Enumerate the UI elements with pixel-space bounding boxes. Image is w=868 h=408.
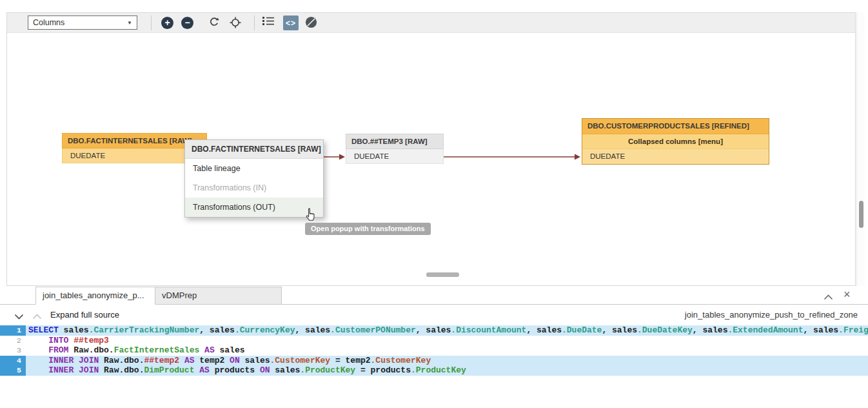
collapsed-columns-menu[interactable]: Collapsed columns [menu] [582, 134, 769, 149]
node-column-duedate[interactable]: DUEDATE [582, 149, 769, 164]
tab-vdmprep[interactable]: vDMPrep [155, 287, 282, 305]
app-window: Columns ▼ + − [0, 0, 868, 408]
table-node-temp3-raw[interactable]: DBO.##TEMP3 [RAW] DUEDATE [346, 134, 444, 164]
code-text: INNER JOIN Raw.dbo.##temp2 AS temp2 ON s… [26, 356, 868, 366]
code-text: INNER JOIN Raw.dbo.DimProduct AS product… [26, 365, 868, 376]
sql-code: 1SELECT sales.CarrierTrackingNumber, sal… [0, 325, 868, 376]
contrast-icon [305, 16, 317, 28]
collapse-panel-button[interactable] [824, 292, 833, 302]
chevron-down-icon: ▼ [127, 20, 132, 26]
zoom-in-button[interactable]: + [161, 17, 173, 29]
tab-join-tables-anonymize[interactable]: join_tables_anonymize_p... [35, 287, 155, 305]
line-number: 3 [0, 345, 26, 356]
refresh-icon [208, 16, 220, 28]
scroll-down-button[interactable] [14, 312, 24, 321]
vertical-scrollbar-thumb[interactable] [859, 201, 863, 228]
diagram-toolbar: Columns ▼ + − [7, 13, 855, 33]
context-menu: DBO.FACTINTERNETSALES [RAW] Table lineag… [184, 139, 324, 218]
code-view-button[interactable]: <> [283, 15, 299, 30]
close-icon: × [843, 288, 851, 301]
code-line: 1SELECT sales.CarrierTrackingNumber, sal… [0, 325, 868, 336]
context-menu-title: DBO.FACTINTERNETSALES [RAW] [185, 140, 323, 159]
edge-arrowhead [339, 154, 345, 160]
context-menu-item[interactable]: Table lineage [185, 159, 323, 178]
node-title[interactable]: DBO.##TEMP3 [RAW] [346, 134, 444, 149]
node-title[interactable]: DBO.CUSTOMERPRODUCTSALES [REFINED] [582, 119, 769, 134]
context-menu-item[interactable]: Transformations (IN) [185, 178, 323, 198]
sql-panel: join_tables_anonymize_p... vDMPrep × [0, 286, 868, 408]
line-number: 2 [0, 336, 26, 346]
table-node-customerproductsales-refined[interactable]: DBO.CUSTOMERPRODUCTSALES [REFINED] Colla… [582, 118, 769, 165]
lineage-pane: Columns ▼ + − [6, 12, 856, 286]
toolbar-divider [254, 15, 255, 30]
code-text: SELECT sales.CarrierTrackingNumber, sale… [26, 325, 868, 336]
chevron-up-icon [32, 314, 42, 320]
code-line: 5 INNER JOIN Raw.dbo.DimProduct AS produ… [0, 365, 868, 376]
tab-label: join_tables_anonymize_p... [43, 291, 144, 300]
expand-full-source-link[interactable]: Expand full source [50, 305, 119, 325]
tab-label: vDMPrep [162, 291, 197, 300]
fit-view-button[interactable] [229, 16, 242, 29]
context-menu-items: Table lineageTransformations (IN)Transfo… [185, 159, 323, 217]
list-view-button[interactable] [262, 16, 274, 26]
edge-arrowhead [575, 154, 580, 160]
code-line: 2 INTO ##temp3 [0, 336, 868, 346]
context-menu-item[interactable]: Transformations (OUT) [185, 198, 323, 217]
source-toolbar: Expand full source join_tables_anonymize… [0, 305, 868, 325]
minus-icon: − [184, 17, 190, 28]
code-line: 3 FROM Raw.dbo.FactInternetSales AS sale… [0, 345, 868, 356]
toolbar-divider [151, 15, 152, 30]
plus-icon: + [164, 17, 170, 28]
scroll-up-button[interactable] [32, 312, 42, 321]
zoom-out-button[interactable]: − [181, 17, 193, 29]
hand-pointer-cursor-icon [305, 208, 316, 224]
source-name-label: join_tables_anonymize_push_to_refined_zo… [685, 305, 858, 325]
code-line: 4 INNER JOIN Raw.dbo.##temp2 AS temp2 ON… [0, 356, 868, 366]
crosshair-icon [229, 16, 242, 29]
vertical-scrollbar[interactable] [856, 12, 865, 286]
line-number: 5 [0, 365, 26, 376]
list-icon [262, 16, 274, 26]
horizontal-scrollbar-thumb[interactable] [426, 272, 459, 277]
line-number: 4 [0, 356, 26, 366]
chevron-down-icon [14, 314, 24, 320]
refresh-button[interactable] [208, 16, 220, 28]
line-number: 1 [0, 325, 26, 336]
columns-dropdown[interactable]: Columns ▼ [28, 15, 137, 30]
code-text: FROM Raw.dbo.FactInternetSales AS sales [26, 345, 868, 356]
node-column-duedate[interactable]: DUEDATE [346, 149, 444, 164]
transformations-tooltip: Open popup with transformations [305, 223, 431, 235]
chevron-up-icon [824, 294, 833, 300]
columns-dropdown-value: Columns [33, 18, 64, 27]
code-text: INTO ##temp3 [26, 336, 868, 346]
panel-tabs: join_tables_anonymize_p... vDMPrep × [0, 287, 868, 305]
code-icon: <> [286, 19, 296, 28]
close-panel-button[interactable]: × [843, 288, 851, 301]
contrast-button[interactable] [305, 16, 317, 28]
